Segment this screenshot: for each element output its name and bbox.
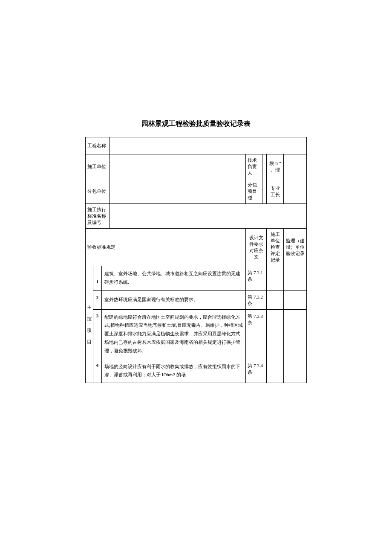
row-clause-1: 第 7.3.1 条 [246,266,267,291]
row-supervision-2 [284,290,307,309]
row-construction-unit: 施工单位 技术负责人 坝 Ii " 、理 [86,154,307,179]
row-clause-2: 第 7.3.2 条 [246,290,267,309]
row-num-2: 2 [93,290,102,309]
value-standard [110,204,306,229]
label-project-name: 工程名称 [86,137,110,154]
row-supervision-1 [284,266,307,291]
label-supervisor: 坝 Ii " 、理 [267,154,284,179]
row-project-name: 工程名称 [86,137,307,154]
row-inspection-3 [267,309,284,359]
row-clause-3: 第 7.3.3 条 [246,309,267,359]
table-row: 2 室外热环境应满足国家现行有关标准的要求。 第 7.3.2 条 [86,290,307,309]
row-num-3: 3 [93,309,102,359]
row-inspection-4 [267,359,284,383]
value-specialty-foreman [284,179,307,204]
row-columns-header: 验收标准规定 设计文件要求对应条文 施工单位检查评定记录 监理（建设）单位验收记… [86,229,307,266]
table-row: 3 配建的绿地应符合所在地国土空间规划的要求，应合理选择绿化方式,植物种植应适应… [86,309,307,359]
row-num-1: 1 [93,266,102,291]
page-title: 园林景观工程检验批质量验收记录表 [85,119,307,128]
row-supervision-3 [284,309,307,359]
row-desc-1: 建筑、室外场地、公共绿地、城市道路相互之间应设置连贯的无建碍步行系统. [102,266,246,291]
label-construction-unit: 施工单位 [86,154,110,179]
label-subcontractor: 分包单位 [86,179,110,204]
label-inspection-record: 施工单位检查评定记录 [267,229,284,266]
table-row: 4 场地的竖向设计应有利于雨水的收集或排放，应有效组织雨水的下渗、滞蓄或再利用；… [86,359,307,383]
label-design-clause: 设计文件要求对应条文 [246,229,267,266]
row-subcontractor: 分包单位 分包项目碰 专业工长 [86,179,307,204]
row-desc-4: 场地的竖向设计应有利于雨水的收集或排放，应有效组织雨水的下渗、滞蓄或再利用；对大… [102,359,246,383]
row-standard: 施工执行标准名称及编号 [86,204,307,229]
inspection-table: 工程名称 施工单位 技术负责人 坝 Ii " 、理 分包单位 分包项目碰 专业工… [85,137,307,383]
value-subcontractor [110,179,245,204]
label-supervision-record: 监理（建设）单位验收记录 [284,229,307,266]
value-supervisor [284,154,307,179]
row-clause-4: 第 7.3.4 条 [246,359,267,383]
row-num-4: 4 [93,359,102,383]
label-sub-project: 分包项目碰 [246,179,262,204]
row-inspection-1 [267,266,284,291]
value-tech-lead [262,154,266,179]
row-supervision-4 [284,359,307,383]
row-inspection-2 [267,290,284,309]
value-construction-unit [110,154,245,179]
label-tech-lead: 技术负责人 [246,154,262,179]
row-desc-2: 室外热环境应满足国家现行有关标准的要求。 [102,290,246,309]
label-specialty-foreman: 专业工长 [267,179,284,204]
label-main-control-item: 主控项目 [86,266,93,383]
label-standard: 施工执行标准名称及编号 [86,204,110,229]
value-project-name [110,137,306,154]
value-sub-project [262,179,266,204]
table-row: 主控项目 1 建筑、室外场地、公共绿地、城市道路相互之间应设置连贯的无建碍步行系… [86,266,307,291]
row-desc-3: 配建的绿地应符合所在地国土空间规划的要求，应合理选择绿化方式,植物种植应适应当地… [102,309,246,359]
label-acceptance-standard: 验收标准规定 [86,229,246,266]
